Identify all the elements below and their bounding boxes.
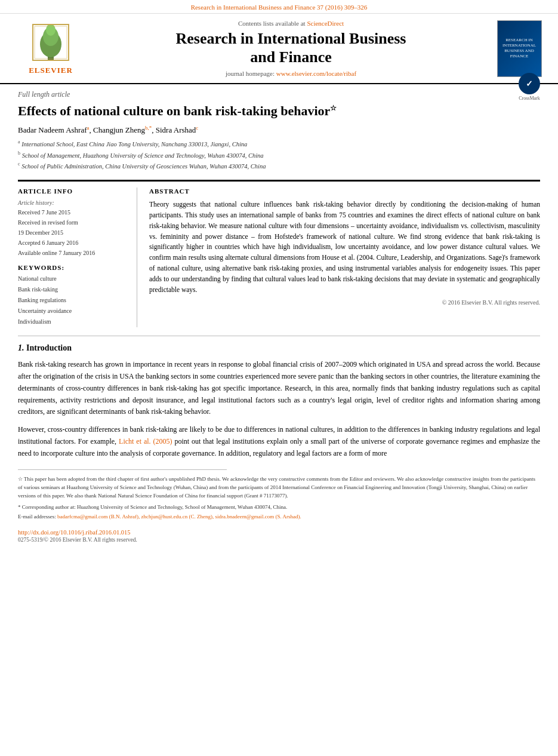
licht-citation-link[interactable]: Licht et al. (2005): [119, 437, 172, 445]
issn-text: 0275-5319/© 2016 Elsevier B.V. All right…: [18, 537, 540, 543]
title-row: Effects of national culture on bank risk…: [18, 103, 540, 120]
homepage-label: journal homepage:: [226, 70, 275, 77]
crossmark-svg: ✓: [523, 77, 536, 90]
journal-title-line2: and Finance: [176, 48, 406, 66]
keywords-section: Keywords: National culture Bank risk-tak…: [18, 264, 127, 327]
section-number: 1.: [18, 343, 24, 352]
intro-paragraph-2: However, cross-country differences in ba…: [18, 424, 540, 459]
article-info-heading: ARTICLE INFO: [18, 188, 127, 195]
journal-reference: Research in International Business and F…: [191, 4, 368, 11]
journal-title: Research in International Business and F…: [176, 29, 406, 66]
copyright-notice: © 2016 Elsevier B.V. All rights reserved…: [149, 299, 540, 306]
elsevier-logo: ELSEVIER: [29, 21, 73, 75]
article-title: Effects of national culture on bank risk…: [18, 103, 540, 120]
keywords-list: National culture Bank risk-taking Bankin…: [18, 273, 127, 327]
affiliations: a International School, East China Jiao …: [18, 139, 540, 171]
journal-cover-text: RESEARCH IN INTERNATIONAL BUSINESS AND F…: [500, 38, 539, 59]
email-links[interactable]: badarfcma@gmail.com (B.N. Ashraf), zhchj…: [57, 514, 301, 520]
affil-a-text: International School, East China Jiao To…: [21, 141, 247, 147]
author2-name: Changjun Zheng: [93, 125, 145, 134]
abstract-column: ABSTRACT Theory suggests that national c…: [149, 188, 540, 327]
journal-title-line1: Research in International Business: [176, 29, 406, 48]
footnote-divider: [18, 469, 227, 470]
crossmark-icon: ✓: [519, 73, 540, 94]
affil-c-text: School of Public Administration, China U…: [21, 162, 266, 169]
authors-line: Badar Nadeem Ashrafa, Changjun Zhengb,*,…: [18, 125, 540, 135]
author1-sup: a: [87, 125, 90, 131]
footnotes-section: ☆ This paper has been adopted from the t…: [18, 475, 540, 521]
svg-text:✓: ✓: [526, 79, 533, 88]
date-2: Received in revised form: [18, 217, 127, 228]
date-4: Accepted 6 January 2016: [18, 238, 127, 248]
journal-header-center: Contents lists available at ScienceDirec…: [95, 20, 486, 77]
keyword-1: National culture: [18, 273, 127, 284]
email-label: E-mail addresses:: [18, 514, 56, 520]
section-divider: [18, 336, 540, 336]
intro-paragraph-1: Bank risk-taking research has grown in i…: [18, 359, 540, 418]
affiliation-c: c School of Public Administration, China…: [18, 161, 540, 171]
author1-name: Badar Nadeem Ashraf: [18, 125, 87, 134]
doi-section: http://dx.doi.org/10.1016/j.ribaf.2016.0…: [18, 527, 540, 543]
article-dates: Received 7 June 2015 Received in revised…: [18, 207, 127, 258]
star-footnote: ☆ This paper has been adopted from the t…: [18, 475, 540, 500]
affil-b-text: School of Management, Huazhong Universit…: [22, 152, 264, 158]
corresponding-text: * Corresponding author at: Huazhong Univ…: [18, 504, 287, 510]
abstract-text: Theory suggests that national culture in…: [149, 199, 540, 295]
section-title: Introduction: [26, 343, 72, 352]
body-divider: [18, 180, 540, 182]
affiliation-a: a International School, East China Jiao …: [18, 139, 540, 149]
star-footnote-text: This paper has been adopted from the thi…: [18, 476, 535, 499]
abstract-heading: ABSTRACT: [149, 188, 540, 195]
info-abstract-columns: ARTICLE INFO Article history: Received 7…: [18, 188, 540, 327]
introduction-section: 1. Introduction Bank risk-taking researc…: [18, 343, 540, 459]
sciencedirect-label: Contents lists available at ScienceDirec…: [238, 20, 344, 27]
doi-link-container: http://dx.doi.org/10.1016/j.ribaf.2016.0…: [18, 527, 540, 537]
date-1: Received 7 June 2015: [18, 207, 127, 217]
email-line: E-mail addresses: badarfcma@gmail.com (B…: [18, 512, 540, 521]
article-info-column: ARTICLE INFO Article history: Received 7…: [18, 188, 137, 327]
journal-cover-container: RESEARCH IN INTERNATIONAL BUSINESS AND F…: [492, 20, 546, 77]
doi-url[interactable]: http://dx.doi.org/10.1016/j.ribaf.2016.0…: [18, 529, 131, 536]
journal-cover-image: RESEARCH IN INTERNATIONAL BUSINESS AND F…: [497, 20, 542, 77]
crossmark-label: CrossMark: [519, 96, 540, 101]
affiliation-b: b School of Management, Huazhong Univers…: [18, 150, 540, 161]
article-title-text: Effects of national culture on bank risk…: [18, 103, 330, 118]
corresponding-author-note: * Corresponding author at: Huazhong Univ…: [18, 503, 540, 511]
crossmark-container[interactable]: ✓ CrossMark: [519, 73, 540, 101]
svg-point-3: [46, 24, 56, 36]
journal-homepage: journal homepage: www.elsevier.com/locat…: [226, 70, 356, 77]
header-section: ELSEVIER Contents lists available at Sci…: [0, 14, 558, 84]
top-bar: Research in International Business and F…: [0, 0, 558, 14]
author2-sup: b,*: [145, 125, 152, 131]
keyword-5: Individualism: [18, 316, 127, 327]
elsevier-logo-container: ELSEVIER: [12, 20, 90, 77]
star-footnote-icon: ☆: [330, 104, 337, 112]
date-5: Available online 7 January 2016: [18, 248, 127, 258]
author3-sup: c: [196, 125, 198, 131]
introduction-heading: 1. Introduction: [18, 343, 540, 353]
keyword-3: Banking regulations: [18, 295, 127, 306]
elsevier-label: ELSEVIER: [29, 66, 73, 75]
history-label: Article history:: [18, 199, 127, 206]
elsevier-tree-icon: [30, 21, 72, 63]
keywords-heading: Keywords:: [18, 264, 127, 271]
article-body: Full length article Effects of national …: [0, 84, 558, 554]
sciencedirect-link[interactable]: ScienceDirect: [307, 20, 344, 27]
article-type: Full length article: [18, 90, 540, 99]
homepage-url[interactable]: www.elsevier.com/locate/ribaf: [276, 70, 356, 77]
date-3: 19 December 2015: [18, 228, 127, 238]
keyword-4: Uncertainty avoidance: [18, 306, 127, 316]
author3-name: Sidra Arshad: [156, 125, 196, 134]
keyword-2: Bank risk-taking: [18, 284, 127, 295]
